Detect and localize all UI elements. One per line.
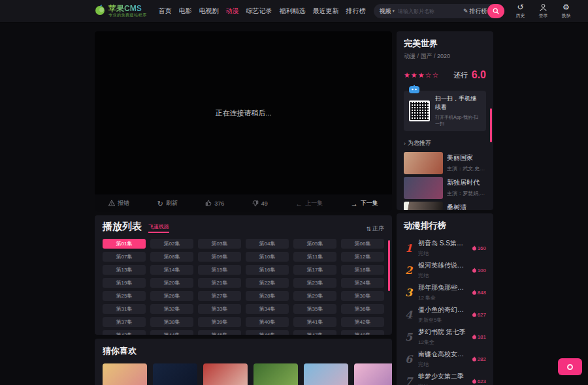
episode-button[interactable]: 第06集 [341, 239, 384, 249]
episode-button[interactable]: 第05集 [293, 239, 336, 249]
guess-thumbnails [103, 363, 384, 385]
ranking-item[interactable]: 5 梦幻书院 第七季 12集全 181 [404, 326, 486, 348]
episode-button[interactable]: 第42集 [341, 317, 384, 327]
recommend-item[interactable]: 美丽国家 主演：武文,史泰西,安丽特... [404, 152, 486, 174]
episode-button[interactable]: 第24集 [341, 278, 384, 288]
chat-icon [567, 364, 573, 370]
poster-thumbnail[interactable] [103, 363, 147, 385]
poster-thumbnail[interactable] [253, 363, 298, 385]
ranking-item[interactable]: 4 僵小鱼的奇幻小森林 更新至5集 627 [404, 303, 486, 326]
episode-button[interactable]: 第19集 [103, 278, 146, 288]
recommend-scrollbar[interactable] [490, 108, 492, 142]
prev-label: 上一集 [305, 199, 323, 208]
episode-button[interactable]: 第21集 [198, 278, 241, 288]
episode-button[interactable]: 第22集 [246, 278, 289, 288]
episode-button[interactable]: 第30集 [341, 291, 384, 301]
search-type-dropdown[interactable]: 视频 ▾ [380, 7, 395, 16]
episode-button[interactable]: 第20集 [150, 278, 193, 288]
episode-button[interactable]: 第13集 [103, 265, 146, 275]
episode-button[interactable]: 第08集 [150, 252, 193, 262]
like-button[interactable]: 376 [205, 200, 224, 207]
episode-button[interactable]: 第27集 [198, 291, 241, 301]
ranking-item[interactable]: 6 南镰仓高校女子自行... 完结 282 [404, 348, 486, 370]
rank-number: 7 [404, 375, 414, 385]
nav-item[interactable]: 最近更新 [313, 7, 339, 16]
episode-button[interactable]: 第03集 [198, 239, 241, 249]
episode-button[interactable]: 第25集 [103, 291, 146, 301]
video-player[interactable]: 正在连接请稍后... [95, 31, 392, 194]
nav-item[interactable]: 排行榜 [346, 7, 366, 16]
episode-button[interactable]: 第32集 [150, 304, 193, 314]
episode-button[interactable]: 第07集 [103, 252, 146, 262]
episode-button[interactable]: 第44集 [150, 330, 193, 335]
guess-you-like-card: 猜你喜欢 [95, 339, 392, 385]
episode-button[interactable]: 第28集 [246, 291, 289, 301]
episode-button[interactable]: 第17集 [293, 265, 336, 275]
episode-button[interactable]: 第31集 [103, 304, 146, 314]
episode-button[interactable]: 第39集 [198, 317, 241, 327]
episode-button[interactable]: 第11集 [293, 252, 336, 262]
search-input[interactable] [395, 8, 463, 14]
nav-item[interactable]: 首页 [159, 7, 172, 16]
episode-button[interactable]: 第02集 [150, 239, 193, 249]
episode-button[interactable]: 第38集 [150, 317, 193, 327]
episode-button[interactable]: 第36集 [341, 304, 384, 314]
episode-button[interactable]: 第35集 [293, 304, 336, 314]
chat-float-button[interactable] [558, 358, 582, 375]
nav-item[interactable]: 电视剧 [199, 7, 219, 16]
search-rank-link[interactable]: ✎ 排行榜 [463, 7, 487, 16]
next-episode-button[interactable]: → 下一集 [351, 199, 378, 208]
episode-button[interactable]: 第43集 [103, 330, 146, 335]
ranking-item[interactable]: 3 那年那兔那些事 第二... 12 集全 848 [404, 281, 486, 303]
episode-button[interactable]: 第34集 [246, 304, 289, 314]
episode-button[interactable]: 第41集 [293, 317, 336, 327]
episode-button[interactable]: 第37集 [103, 317, 146, 327]
episode-button[interactable]: 第10集 [246, 252, 289, 262]
episode-button[interactable]: 第04集 [246, 239, 289, 249]
rank-item-status: 12集全 [418, 339, 468, 346]
nav-item[interactable]: 综艺记录 [246, 7, 272, 16]
episode-button[interactable]: 第15集 [198, 265, 241, 275]
sort-order-button[interactable]: ⇅ 正序 [366, 224, 384, 233]
report-error-button[interactable]: 报错 [108, 199, 129, 208]
chevron-right-icon[interactable]: › [404, 140, 406, 147]
theme-button[interactable]: ⚙ 换肤 [559, 3, 574, 19]
episode-button[interactable]: 第40集 [246, 317, 289, 327]
episode-button[interactable]: 第16集 [246, 265, 289, 275]
recommend-item[interactable]: 桑树渍 主演：TriciaJoHoffman,Ba... [404, 202, 486, 210]
episode-button[interactable]: 第46集 [246, 330, 289, 335]
nav-item[interactable]: 福利精选 [280, 7, 306, 16]
episode-button[interactable]: 第26集 [150, 291, 193, 301]
episode-button[interactable]: 第18集 [341, 265, 384, 275]
search-button[interactable] [487, 4, 504, 18]
episode-button[interactable]: 第12集 [341, 252, 384, 262]
prev-episode-button[interactable]: ← 上一集 [295, 199, 323, 208]
ranking-item[interactable]: 2 银河英雄传说：全新... 完结 100 [404, 259, 486, 281]
dislike-button[interactable]: 49 [252, 200, 268, 207]
episode-button[interactable]: 第01集 [103, 239, 146, 249]
ranking-item[interactable]: 1 初音岛 S.S第一季 完结 160 [404, 237, 486, 259]
poster-thumbnail[interactable] [304, 363, 348, 385]
episode-button[interactable]: 第29集 [293, 291, 336, 301]
poster-thumbnail[interactable] [203, 363, 248, 385]
playlist-scrollbar[interactable] [388, 240, 390, 291]
episode-button[interactable]: 第45集 [198, 330, 241, 335]
history-button[interactable]: ↺ 历史 [514, 3, 528, 19]
poster-thumbnail[interactable] [354, 363, 392, 385]
episode-button[interactable]: 第47集 [293, 330, 336, 335]
site-logo[interactable]: 苹果CMS 专业的免费建站程序 [94, 4, 147, 18]
playlist-source-tab[interactable]: 飞速线路 [148, 223, 169, 233]
episode-button[interactable]: 第14集 [150, 265, 193, 275]
recommend-item[interactable]: 新独居时代 主演：罗慧娟,黄子华,戴蓝偀... [404, 177, 486, 199]
nav-item[interactable]: 动漫 [226, 7, 239, 16]
episode-button[interactable]: 第48集 [341, 330, 384, 335]
episode-button[interactable]: 第09集 [198, 252, 241, 262]
refresh-button[interactable]: ↻ 刷新 [157, 199, 178, 208]
ranking-item[interactable]: 7 菲梦少女第二季 完结 623 [404, 370, 486, 385]
poster-thumbnail[interactable] [153, 363, 197, 385]
episode-button[interactable]: 第33集 [198, 304, 241, 314]
nav-item[interactable]: 电影 [179, 7, 192, 16]
rank-item-title: 银河英雄传说：全新... [418, 261, 468, 270]
episode-button[interactable]: 第23集 [293, 278, 336, 288]
login-button[interactable]: 登录 [536, 3, 551, 19]
